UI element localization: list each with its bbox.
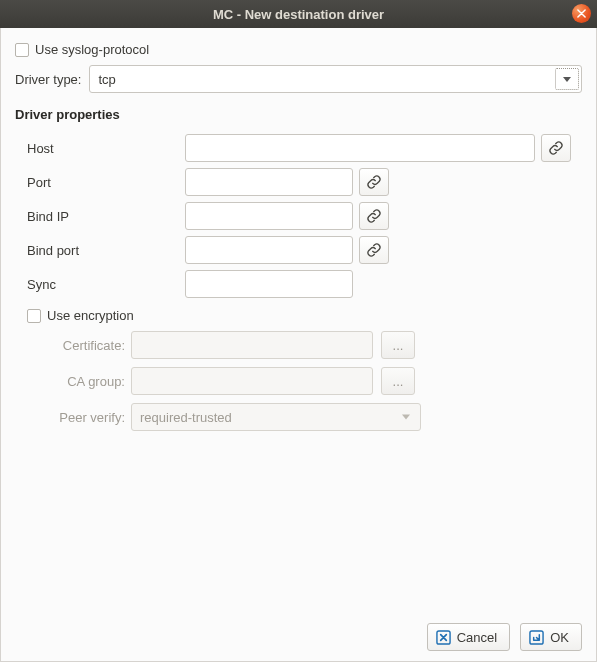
bind-ip-input[interactable] bbox=[185, 202, 353, 230]
ok-icon bbox=[529, 630, 544, 645]
link-icon bbox=[548, 140, 564, 156]
link-icon bbox=[366, 208, 382, 224]
port-label: Port bbox=[15, 175, 185, 190]
use-encryption-label: Use encryption bbox=[47, 308, 134, 323]
driver-type-select[interactable]: tcp bbox=[89, 65, 582, 93]
driver-type-label: Driver type: bbox=[15, 72, 81, 87]
window-title: MC - New destination driver bbox=[213, 7, 384, 22]
use-syslog-protocol-checkbox[interactable] bbox=[15, 43, 29, 57]
link-icon bbox=[366, 242, 382, 258]
window-close-button[interactable] bbox=[572, 4, 591, 23]
dialog-body: Use syslog-protocol Driver type: tcp Dri… bbox=[0, 28, 597, 662]
bind-ip-label: Bind IP bbox=[15, 209, 185, 224]
ellipsis-icon: ... bbox=[393, 338, 404, 353]
driver-type-dropdown-button[interactable] bbox=[555, 68, 579, 90]
chevron-down-icon bbox=[402, 415, 410, 420]
peer-verify-select: required-trusted bbox=[131, 403, 421, 431]
port-link-button[interactable] bbox=[359, 168, 389, 196]
certificate-input bbox=[131, 331, 373, 359]
bind-port-label: Bind port bbox=[15, 243, 185, 258]
close-icon bbox=[577, 9, 586, 18]
host-input[interactable] bbox=[185, 134, 535, 162]
ok-button-label: OK bbox=[550, 630, 569, 645]
bind-ip-link-button[interactable] bbox=[359, 202, 389, 230]
titlebar: MC - New destination driver bbox=[0, 0, 597, 28]
sync-label: Sync bbox=[15, 277, 185, 292]
certificate-label: Certificate: bbox=[47, 338, 131, 353]
link-icon bbox=[366, 174, 382, 190]
ca-group-browse-button: ... bbox=[381, 367, 415, 395]
cancel-button-label: Cancel bbox=[457, 630, 497, 645]
cancel-icon bbox=[436, 630, 451, 645]
peer-verify-label: Peer verify: bbox=[47, 410, 131, 425]
dialog-footer: Cancel OK bbox=[15, 613, 582, 651]
chevron-down-icon bbox=[563, 77, 571, 82]
peer-verify-value: required-trusted bbox=[140, 410, 232, 425]
host-label: Host bbox=[15, 141, 185, 156]
spacer bbox=[15, 431, 582, 613]
ok-button[interactable]: OK bbox=[520, 623, 582, 651]
certificate-browse-button: ... bbox=[381, 331, 415, 359]
ellipsis-icon: ... bbox=[393, 374, 404, 389]
port-input[interactable] bbox=[185, 168, 353, 196]
sync-input[interactable] bbox=[185, 270, 353, 298]
bind-port-link-button[interactable] bbox=[359, 236, 389, 264]
ca-group-label: CA group: bbox=[47, 374, 131, 389]
cancel-button[interactable]: Cancel bbox=[427, 623, 510, 651]
use-encryption-checkbox[interactable] bbox=[27, 309, 41, 323]
use-syslog-protocol-label: Use syslog-protocol bbox=[35, 42, 149, 57]
dialog-window: MC - New destination driver Use syslog-p… bbox=[0, 0, 597, 662]
bind-port-input[interactable] bbox=[185, 236, 353, 264]
driver-type-value: tcp bbox=[98, 72, 115, 87]
driver-properties-heading: Driver properties bbox=[15, 107, 582, 122]
host-link-button[interactable] bbox=[541, 134, 571, 162]
ca-group-input bbox=[131, 367, 373, 395]
